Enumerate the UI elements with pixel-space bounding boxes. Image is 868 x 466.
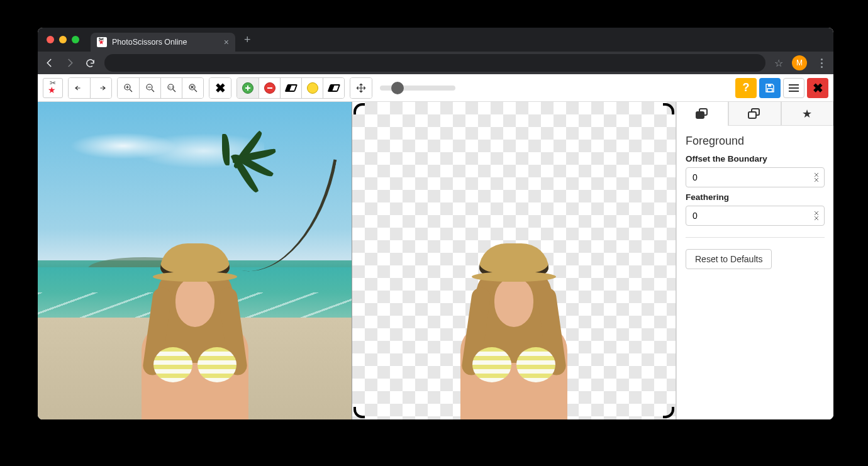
hair-eraser-button[interactable] (323, 78, 344, 98)
crop-handle-top-right[interactable] (663, 103, 674, 114)
help-button[interactable]: ? (735, 78, 757, 98)
result-person (445, 243, 583, 419)
app-close-button[interactable]: ✖ (807, 78, 828, 98)
move-group (350, 77, 372, 99)
app-logo-icon[interactable] (43, 78, 63, 98)
app-toolbar: 1:1 ✖ (38, 74, 833, 102)
save-button[interactable] (759, 78, 781, 98)
tab-title: PhotoScissors Online (112, 38, 187, 47)
clear-marks-button[interactable]: ✖ (209, 78, 231, 98)
marker-group (236, 77, 345, 99)
workspace: ★ Foreground Offset the Boundary 0 Feath… (38, 102, 833, 419)
profile-avatar[interactable]: M (792, 55, 807, 70)
crop-handle-bottom-left[interactable] (353, 407, 365, 418)
browser-tabbar: PhotoScissors Online × + (38, 28, 833, 52)
move-button[interactable] (350, 78, 372, 98)
foreground-eraser-button[interactable] (280, 78, 301, 98)
zoom-fit-button[interactable] (182, 78, 203, 98)
zoom-actual-button[interactable]: 1:1 (160, 78, 182, 98)
tab-close-icon[interactable]: × (224, 37, 229, 47)
window-controls (47, 36, 79, 43)
feathering-value: 0 (693, 211, 698, 221)
feathering-select[interactable]: 0 (686, 206, 825, 226)
slider-thumb[interactable] (391, 82, 404, 94)
panel-divider (686, 237, 825, 238)
hair-marker-button[interactable] (301, 78, 323, 98)
hamburger-icon (789, 84, 799, 92)
panel-body: Foreground Offset the Boundary 0 Feather… (677, 126, 833, 275)
browser-menu-button[interactable] (816, 58, 827, 68)
clear-group: ✖ (209, 77, 231, 99)
crop-handle-top-left[interactable] (353, 103, 365, 114)
offset-select[interactable]: 0 (686, 167, 825, 187)
forward-button[interactable] (64, 57, 75, 69)
window-minimize-button[interactable] (59, 36, 67, 43)
scene-person (126, 243, 264, 419)
star-icon: ★ (802, 107, 812, 121)
browser-tab[interactable]: PhotoScissors Online × (91, 33, 235, 52)
undo-redo-group (68, 77, 112, 99)
app-root: 1:1 ✖ (38, 74, 833, 419)
x-icon: ✖ (215, 82, 226, 94)
feathering-label: Feathering (686, 192, 825, 202)
window-close-button[interactable] (47, 36, 54, 43)
bookmark-star-icon[interactable]: ☆ (774, 57, 783, 69)
result-image-pane[interactable] (352, 102, 676, 419)
zoom-in-button[interactable] (118, 78, 139, 98)
address-bar[interactable] (104, 54, 765, 72)
offset-label: Offset the Boundary (686, 154, 825, 164)
tab-background[interactable] (728, 102, 781, 126)
scene-palm-leaves (201, 140, 276, 190)
svg-text:1:1: 1:1 (169, 85, 173, 89)
redo-button[interactable] (90, 78, 111, 98)
back-button[interactable] (44, 57, 55, 69)
tab-favicon-icon (97, 37, 107, 47)
avatar-letter: M (796, 58, 803, 67)
browser-window: PhotoScissors Online × + ☆ M (38, 28, 833, 419)
svg-rect-6 (768, 84, 771, 87)
side-panel: ★ Foreground Offset the Boundary 0 Feath… (676, 102, 833, 419)
browser-toolbar: ☆ M (38, 52, 833, 74)
plus-green-icon (242, 82, 253, 94)
foreground-marker-button[interactable] (237, 78, 259, 98)
tab-effects[interactable]: ★ (781, 102, 833, 126)
brush-size-slider[interactable] (380, 86, 455, 91)
eraser-icon (284, 84, 297, 92)
minus-red-icon (264, 82, 275, 94)
new-tab-button[interactable]: + (244, 33, 251, 47)
zoom-out-button[interactable] (139, 78, 160, 98)
svg-rect-5 (767, 88, 772, 91)
original-image-pane[interactable] (38, 102, 352, 419)
side-tabs: ★ (677, 102, 833, 126)
crop-handle-bottom-right[interactable] (663, 407, 674, 418)
eraser-icon (327, 84, 340, 92)
reset-defaults-button[interactable]: Reset to Defaults (686, 249, 772, 269)
foreground-layers-icon (696, 108, 709, 119)
toolbar-right: ? ✖ (735, 78, 828, 98)
zoom-group: 1:1 (117, 77, 204, 99)
offset-value: 0 (693, 172, 698, 182)
yellow-icon (307, 82, 318, 94)
tab-foreground[interactable] (677, 102, 728, 126)
app-menu-button[interactable] (783, 78, 804, 98)
reset-label: Reset to Defaults (695, 254, 762, 264)
panel-title: Foreground (686, 135, 825, 148)
background-marker-button[interactable] (259, 78, 280, 98)
reload-button[interactable] (84, 58, 96, 69)
undo-button[interactable] (69, 78, 90, 98)
window-maximize-button[interactable] (72, 36, 79, 43)
background-layers-icon (748, 108, 762, 119)
